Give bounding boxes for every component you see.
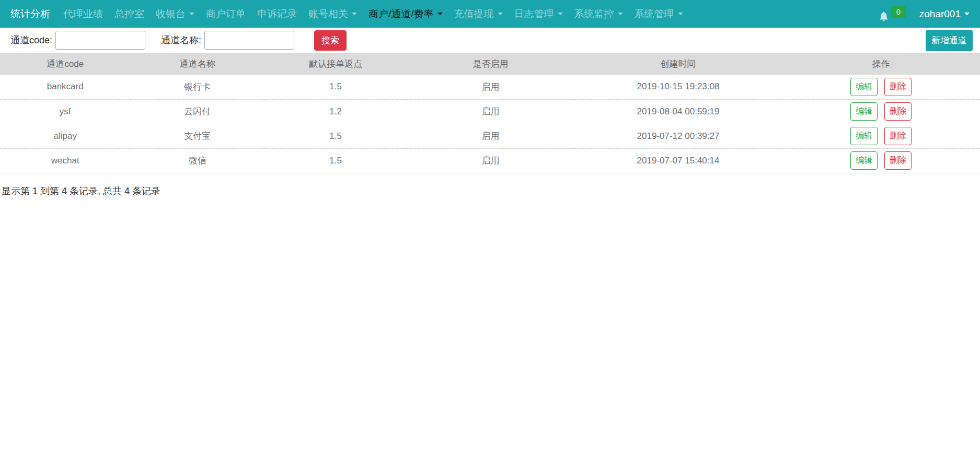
cell-rebate: 1.5 <box>264 148 407 173</box>
channel-table-body: bankcard 银行卡 1.5 启用 2019-10-15 19:23:08 … <box>0 75 980 173</box>
header-channel-name: 通道名称 <box>130 53 264 75</box>
user-menu[interactable]: zohar001 <box>919 8 970 20</box>
cell-rebate: 1.2 <box>264 99 407 124</box>
nav-item-label: 商户订单 <box>206 7 246 21</box>
nav-item-1[interactable]: 总控室 <box>109 7 150 21</box>
cell-actions: 编辑 删除 <box>782 99 980 124</box>
bell-icon <box>878 10 890 22</box>
nav-item-10[interactable]: 系统管理 <box>629 7 689 21</box>
nav-item-5[interactable]: 账号相关 <box>303 7 363 21</box>
edit-button[interactable]: 编辑 <box>850 127 878 145</box>
nav-item-0[interactable]: 代理业绩 <box>57 7 109 21</box>
cell-actions: 编辑 删除 <box>782 124 980 148</box>
search-toolbar: 通道code: 通道名称: 搜索 新增通道 <box>0 28 980 53</box>
nav-item-label: 商户/通道/费率 <box>368 7 434 21</box>
cell-channel-name: 支付宝 <box>130 124 264 148</box>
cell-rebate: 1.5 <box>264 75 407 99</box>
nav-item-6[interactable]: 商户/通道/费率 <box>363 7 448 21</box>
cell-enabled: 启用 <box>407 124 574 148</box>
header-enabled: 是否启用 <box>407 53 574 75</box>
notifications-button[interactable]: 0 <box>878 6 906 22</box>
cell-channel-code: ysf <box>0 99 130 124</box>
header-channel-code: 通道code <box>0 53 130 75</box>
nav-item-9[interactable]: 系统监控 <box>569 7 629 21</box>
cell-created: 2019-07-07 15:40:14 <box>574 148 782 173</box>
delete-button[interactable]: 删除 <box>884 78 912 96</box>
nav-menu: 代理业绩 总控室 收银台 商户订单 申诉记录 账号相关 商户/通道/费率 充值提… <box>57 7 689 21</box>
nav-item-8[interactable]: 日志管理 <box>509 7 569 21</box>
edit-button[interactable]: 编辑 <box>850 102 878 121</box>
search-button[interactable]: 搜索 <box>314 30 347 51</box>
header-created: 创建时间 <box>574 53 782 75</box>
nav-item-label: 代理业绩 <box>63 7 103 21</box>
cell-created: 2019-10-15 19:23:08 <box>574 75 782 99</box>
caret-down-icon <box>498 13 503 15</box>
header-rebate: 默认接单返点 <box>264 53 407 75</box>
nav-item-label: 系统监控 <box>574 7 614 21</box>
table-row: bankcard 银行卡 1.5 启用 2019-10-15 19:23:08 … <box>0 75 980 99</box>
cell-enabled: 启用 <box>407 99 574 124</box>
username-label: zohar001 <box>919 8 961 20</box>
cell-rebate: 1.5 <box>264 124 407 148</box>
top-navbar: 统计分析 代理业绩 总控室 收银台 商户订单 申诉记录 账号相关 商户/通道/费… <box>0 0 980 28</box>
nav-item-label: 系统管理 <box>635 7 674 21</box>
delete-button[interactable]: 删除 <box>884 151 912 170</box>
table-row: alipay 支付宝 1.5 启用 2019-07-12 00:39:27 编辑… <box>0 124 980 148</box>
nav-item-7[interactable]: 充值提现 <box>448 7 509 21</box>
header-actions: 操作 <box>782 53 980 75</box>
cell-enabled: 启用 <box>407 148 574 173</box>
delete-button[interactable]: 删除 <box>884 127 912 145</box>
channel-table: 通道code 通道名称 默认接单返点 是否启用 创建时间 操作 bankcard… <box>0 53 980 173</box>
channel-code-label: 通道code: <box>10 34 52 46</box>
cell-channel-code: alipay <box>0 124 130 148</box>
cell-created: 2019-08-04 00:59:19 <box>574 99 782 124</box>
nav-item-brand[interactable]: 统计分析 <box>10 7 50 21</box>
edit-button[interactable]: 编辑 <box>850 78 878 96</box>
caret-down-icon <box>189 13 194 15</box>
nav-item-label: 充值提现 <box>454 7 494 21</box>
edit-button[interactable]: 编辑 <box>850 151 878 170</box>
table-header: 通道code 通道名称 默认接单返点 是否启用 创建时间 操作 <box>0 53 980 75</box>
notification-badge: 0 <box>891 6 906 18</box>
cell-channel-code: wechat <box>0 148 130 173</box>
table-row: ysf 云闪付 1.2 启用 2019-08-04 00:59:19 编辑 删除 <box>0 99 980 124</box>
nav-item-label: 收银台 <box>156 7 186 21</box>
cell-created: 2019-07-12 00:39:27 <box>574 124 782 148</box>
caret-down-icon <box>678 13 683 15</box>
cell-channel-name: 云闪付 <box>130 99 264 124</box>
nav-item-2[interactable]: 收银台 <box>150 7 200 21</box>
nav-item-label: 账号相关 <box>308 7 348 21</box>
navbar-right: 0 zohar001 <box>878 6 970 22</box>
cell-channel-name: 银行卡 <box>130 75 264 99</box>
delete-button[interactable]: 删除 <box>884 102 912 121</box>
channel-name-label: 通道名称: <box>161 34 201 46</box>
caret-down-icon <box>558 13 563 15</box>
add-channel-button[interactable]: 新增通道 <box>926 30 973 51</box>
table-row: wechat 微信 1.5 启用 2019-07-07 15:40:14 编辑 … <box>0 148 980 173</box>
cell-enabled: 启用 <box>407 75 574 99</box>
cell-channel-code: bankcard <box>0 75 130 99</box>
cell-channel-name: 微信 <box>130 148 264 173</box>
channel-name-input[interactable] <box>204 31 294 50</box>
caret-down-icon <box>437 13 443 15</box>
cell-actions: 编辑 删除 <box>782 75 980 99</box>
caret-down-icon <box>964 13 970 15</box>
caret-down-icon <box>618 13 623 15</box>
caret-down-icon <box>352 13 357 15</box>
channel-code-input[interactable] <box>55 31 145 50</box>
nav-item-label: 总控室 <box>114 7 144 21</box>
nav-item-3[interactable]: 商户订单 <box>200 7 251 21</box>
nav-item-label: 申诉记录 <box>257 7 297 21</box>
nav-item-4[interactable]: 申诉记录 <box>251 7 303 21</box>
cell-actions: 编辑 删除 <box>782 148 980 173</box>
nav-item-label: 日志管理 <box>514 7 554 21</box>
pagination-summary: 显示第 1 到第 4 条记录, 总共 4 条记录 <box>0 185 980 197</box>
